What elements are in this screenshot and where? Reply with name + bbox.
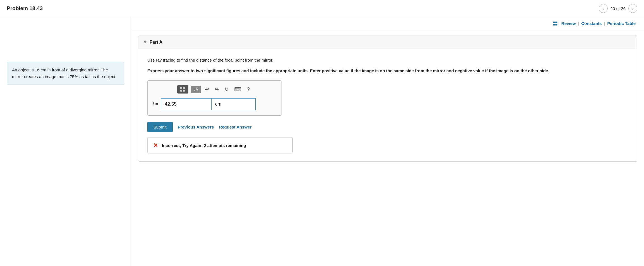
prev-button[interactable]: ‹ — [599, 4, 608, 13]
refresh-button[interactable]: ↻ — [223, 85, 230, 94]
help-button[interactable]: ? — [245, 85, 252, 94]
problem-statement: An object is 16 cm in front of a divergi… — [7, 62, 124, 85]
top-links-bar: Review | Constants | Periodic Table — [131, 17, 644, 30]
left-panel: An object is 16 cm in front of a divergi… — [0, 17, 131, 266]
periodic-table-link[interactable]: Periodic Table — [607, 21, 636, 26]
sep2: | — [604, 21, 605, 26]
toolbar: μÅ ↩ ↪ ↻ ⌨ — [153, 85, 276, 94]
input-row: f = — [153, 98, 276, 110]
svg-rect-1 — [553, 24, 555, 25]
unit-btn-label: μÅ — [193, 87, 198, 92]
incorrect-icon: ✕ — [153, 142, 158, 149]
part-a-section: ▼ Part A Use ray tracing to find the dis… — [138, 36, 637, 162]
help-icon: ? — [247, 87, 250, 92]
part-a-label: Part A — [150, 40, 163, 45]
right-panel: Review | Constants | Periodic Table ▼ Pa… — [131, 17, 644, 266]
result-text: Incorrect; Try Again; 2 attempts remaini… — [162, 143, 246, 148]
unit-button[interactable]: μÅ — [191, 86, 201, 93]
undo-icon: ↩ — [205, 86, 209, 92]
action-row: Submit Previous Answers Request Answer — [147, 122, 628, 132]
submit-button[interactable]: Submit — [147, 122, 173, 132]
constants-link[interactable]: Constants — [581, 21, 602, 26]
problem-title: Problem 18.43 — [7, 5, 43, 11]
undo-button[interactable]: ↩ — [203, 85, 211, 94]
collapse-arrow-icon: ▼ — [143, 40, 147, 44]
redo-icon: ↪ — [215, 86, 219, 92]
refresh-icon: ↻ — [224, 86, 229, 92]
main-layout: An object is 16 cm in front of a divergi… — [0, 17, 644, 266]
svg-rect-2 — [555, 22, 557, 23]
svg-rect-7 — [183, 90, 185, 92]
answer-area: μÅ ↩ ↪ ↻ ⌨ — [147, 80, 281, 116]
input-label: f = — [153, 101, 158, 107]
result-box: ✕ Incorrect; Try Again; 2 attempts remai… — [147, 137, 293, 153]
keyboard-button[interactable]: ⌨ — [233, 85, 243, 94]
redo-button[interactable]: ↪ — [213, 85, 221, 94]
sep1: | — [578, 21, 579, 26]
svg-rect-6 — [180, 90, 182, 92]
next-button[interactable]: › — [628, 4, 637, 13]
nav-count: 20 of 26 — [610, 6, 626, 11]
review-icon — [553, 22, 558, 25]
question-instruction: Express your answer to two significant f… — [147, 67, 628, 74]
svg-rect-4 — [180, 87, 182, 89]
problem-text: An object is 16 cm in front of a divergi… — [12, 67, 117, 79]
navigation: ‹ 20 of 26 › — [599, 4, 637, 13]
unit-input[interactable] — [211, 98, 256, 110]
value-input[interactable] — [161, 98, 211, 110]
part-a-content: Use ray tracing to find the distance of … — [138, 49, 637, 161]
part-a-header[interactable]: ▼ Part A — [138, 36, 637, 49]
svg-rect-0 — [553, 22, 555, 23]
review-link[interactable]: Review — [561, 21, 576, 26]
header: Problem 18.43 ‹ 20 of 26 › — [0, 0, 644, 17]
svg-rect-5 — [183, 87, 185, 89]
question-text: Use ray tracing to find the distance of … — [147, 57, 628, 64]
svg-rect-3 — [555, 24, 557, 25]
request-answer-link[interactable]: Request Answer — [219, 125, 252, 129]
keyboard-icon: ⌨ — [234, 86, 242, 92]
matrix-button[interactable] — [177, 85, 188, 94]
previous-answers-link[interactable]: Previous Answers — [178, 125, 214, 129]
